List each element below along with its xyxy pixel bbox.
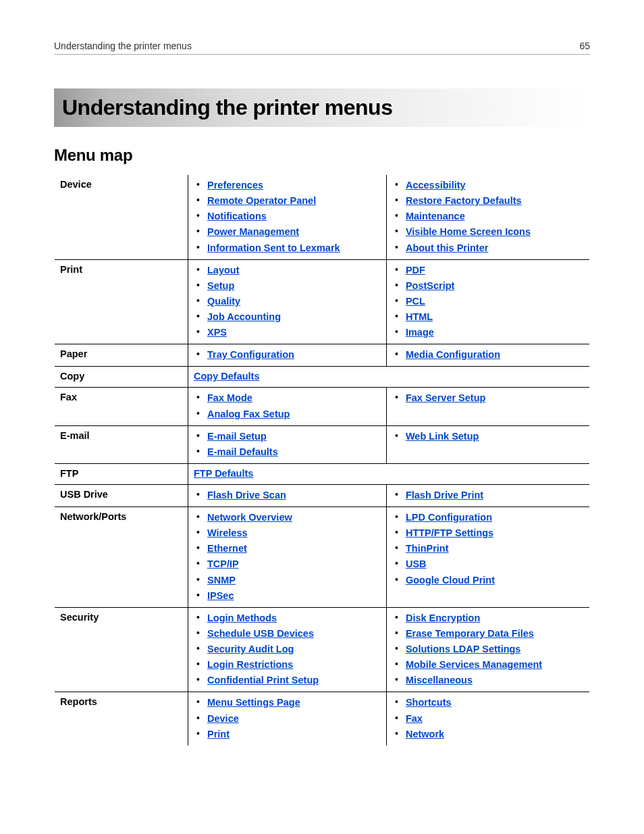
menu-link-schedule-usb-devices[interactable]: Schedule USB Devices [207, 628, 314, 639]
bullet-icon: • [395, 311, 398, 323]
menu-link-layout[interactable]: Layout [207, 265, 240, 276]
menu-link-remote-operator-panel[interactable]: Remote Operator Panel [207, 195, 316, 206]
category-cell-print: Print [55, 259, 188, 344]
bullet-icon: • [196, 392, 200, 404]
bullet-icon: • [196, 712, 200, 725]
menu-link-http-ftp-settings[interactable]: HTTP/FTP Settings [406, 527, 493, 538]
menu-link-restore-factory-defaults[interactable]: Restore Factory Defaults [406, 195, 522, 206]
page-banner: Understanding the printer menus [54, 88, 590, 127]
menu-item: •Print [194, 728, 381, 740]
menu-link-postscript[interactable]: PostScript [406, 280, 455, 291]
menu-item: •Ethernet [194, 542, 381, 554]
menu-link-ftp-defaults[interactable]: FTP Defaults [194, 468, 253, 479]
menu-link-quality[interactable]: Quality [207, 296, 240, 307]
menu-link-wireless[interactable]: Wireless [207, 527, 248, 538]
items-cell-left: •Preferences•Remote Operator Panel•Notif… [188, 175, 387, 260]
menu-item: •Menu Settings Page [194, 696, 381, 708]
menu-link-tray-configuration[interactable]: Tray Configuration [207, 349, 294, 360]
menu-link-network-overview[interactable]: Network Overview [207, 512, 292, 523]
menu-link-image[interactable]: Image [406, 327, 434, 338]
menu-item: •Notifications [194, 210, 381, 222]
menu-link-setup[interactable]: Setup [207, 280, 234, 291]
menu-link-flash-drive-scan[interactable]: Flash Drive Scan [207, 490, 286, 500]
menu-link-e-mail-defaults[interactable]: E-mail Defaults [207, 446, 278, 457]
items-cell-left: •E-mail Setup•E-mail Defaults [188, 425, 387, 463]
menu-link-login-restrictions[interactable]: Login Restrictions [207, 659, 293, 670]
category-cell-fax: Fax [55, 388, 188, 425]
menu-link-thinprint[interactable]: ThinPrint [406, 543, 449, 554]
bullet-icon: • [395, 643, 398, 655]
menu-link-ipsec[interactable]: IPSec [207, 590, 234, 601]
menu-link-tcp-ip[interactable]: TCP/IP [207, 558, 239, 569]
bullet-icon: • [196, 643, 200, 655]
menu-link-miscellaneous[interactable]: Miscellaneous [406, 675, 473, 685]
menu-link-fax-mode[interactable]: Fax Mode [207, 392, 252, 403]
menu-link-power-management[interactable]: Power Management [207, 226, 299, 237]
menu-link-confidential-print-setup[interactable]: Confidential Print Setup [207, 675, 319, 685]
menu-link-disk-encryption[interactable]: Disk Encryption [406, 613, 480, 623]
menu-link-e-mail-setup[interactable]: E-mail Setup [207, 431, 267, 442]
bullet-icon: • [196, 590, 200, 602]
menu-item: •PDF [392, 264, 584, 276]
menu-item: •Schedule USB Devices [194, 627, 381, 640]
menu-link-about-this-printer[interactable]: About this Printer [406, 242, 488, 253]
menu-link-web-link-setup[interactable]: Web Link Setup [406, 431, 479, 442]
running-header: Understanding the printer menus 65 [54, 41, 590, 55]
items-cell-right: •Fax Server Setup [386, 388, 589, 425]
menu-link-notifications[interactable]: Notifications [207, 211, 267, 221]
menu-link-shortcuts[interactable]: Shortcuts [406, 697, 452, 708]
menu-link-network[interactable]: Network [406, 729, 444, 739]
category-cell-reports: Reports [55, 692, 188, 746]
running-title: Understanding the printer menus [54, 41, 192, 51]
menu-link-snmp[interactable]: SNMP [207, 575, 236, 585]
items-cell-left: •Flash Drive Scan [188, 484, 387, 506]
items-cell-left: •Fax Mode•Analog Fax Setup [188, 388, 387, 425]
menu-link-pcl[interactable]: PCL [406, 296, 425, 307]
menu-link-maintenance[interactable]: Maintenance [406, 211, 465, 221]
menu-link-job-accounting[interactable]: Job Accounting [207, 311, 281, 322]
menu-item: •Restore Factory Defaults [392, 194, 584, 207]
menu-link-security-audit-log[interactable]: Security Audit Log [207, 644, 294, 654]
menu-link-xps[interactable]: XPS [207, 327, 227, 338]
menu-link-mobile-services-management[interactable]: Mobile Services Management [406, 659, 542, 670]
menu-link-lpd-configuration[interactable]: LPD Configuration [406, 512, 492, 523]
menu-link-erase-temporary-data-files[interactable]: Erase Temporary Data Files [406, 628, 534, 639]
menu-link-accessibility[interactable]: Accessibility [406, 180, 466, 190]
bullet-icon: • [395, 430, 398, 442]
table-row: CopyCopy Defaults [55, 367, 590, 388]
menu-link-copy-defaults[interactable]: Copy Defaults [194, 371, 260, 382]
items-cell-left: •Menu Settings Page•Device•Print [188, 692, 387, 746]
menu-link-visible-home-screen-icons[interactable]: Visible Home Screen Icons [406, 226, 531, 237]
menu-link-usb[interactable]: USB [406, 558, 427, 569]
menu-link-ethernet[interactable]: Ethernet [207, 543, 247, 554]
menu-item: •Solutions LDAP Settings [392, 643, 584, 655]
bullet-icon: • [196, 430, 200, 442]
bullet-icon: • [395, 348, 398, 361]
menu-item: •IPSec [194, 590, 381, 602]
items-cell-right: •Media Configuration [386, 344, 589, 367]
menu-link-device[interactable]: Device [207, 713, 239, 724]
menu-link-html[interactable]: HTML [406, 311, 433, 322]
menu-link-print[interactable]: Print [207, 729, 230, 739]
bullet-icon: • [196, 326, 200, 338]
menu-link-fax-server-setup[interactable]: Fax Server Setup [406, 392, 485, 403]
menu-link-flash-drive-print[interactable]: Flash Drive Print [406, 490, 483, 500]
category-cell-network-ports: Network/Ports [55, 507, 188, 608]
menu-link-google-cloud-print[interactable]: Google Cloud Print [406, 575, 495, 585]
menu-link-media-configuration[interactable]: Media Configuration [406, 349, 500, 360]
bullet-icon: • [196, 511, 200, 523]
menu-link-fax[interactable]: Fax [406, 713, 423, 724]
menu-link-menu-settings-page[interactable]: Menu Settings Page [207, 697, 300, 708]
menu-item: •Setup [194, 280, 381, 292]
bullet-icon: • [196, 194, 200, 207]
menu-link-preferences[interactable]: Preferences [207, 180, 263, 190]
menu-item: •Image [392, 326, 584, 338]
menu-link-solutions-ldap-settings[interactable]: Solutions LDAP Settings [406, 644, 521, 654]
menu-link-pdf[interactable]: PDF [406, 265, 425, 276]
menu-link-login-methods[interactable]: Login Methods [207, 613, 277, 623]
menu-link-information-sent-to-lexmark[interactable]: Information Sent to Lexmark [207, 242, 340, 253]
table-row: Print•Layout•Setup•Quality•Job Accountin… [55, 259, 590, 344]
menu-item: •Web Link Setup [392, 430, 584, 442]
menu-link-analog-fax-setup[interactable]: Analog Fax Setup [207, 409, 290, 419]
bullet-icon: • [395, 712, 398, 725]
